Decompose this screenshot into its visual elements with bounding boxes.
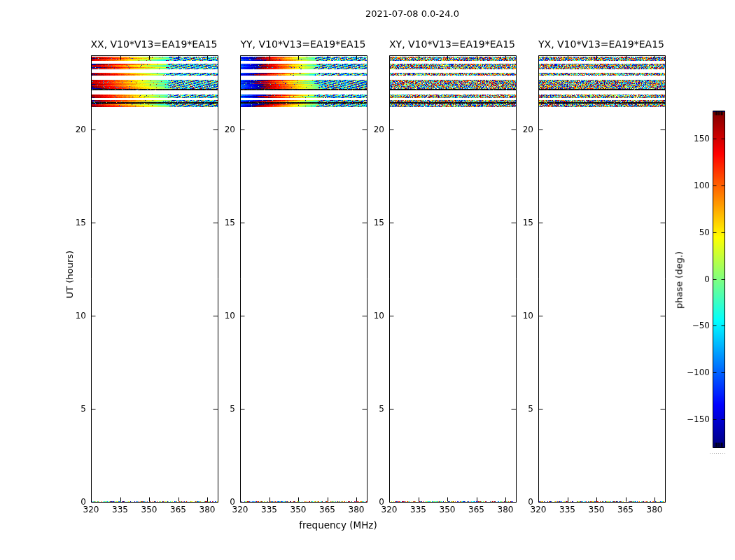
y-tick-label-p3-5: 5: [356, 405, 384, 413]
y-tick-label-p2-10: 10: [207, 312, 235, 320]
y-tick-label-p3-20: 20: [356, 125, 384, 134]
x-axis-label: frequency (MHz): [299, 521, 377, 531]
x-tick-label-p2-380: 380: [349, 505, 365, 514]
x-tick-label-p2-335: 335: [261, 505, 277, 514]
y-tick-label-p4-10: 10: [505, 312, 533, 320]
x-tick-label-p1-365: 365: [170, 505, 186, 514]
panel-title-xy: XY, V10*V13=EA19*EA15: [389, 39, 515, 49]
y-tick-label-p1-15: 15: [58, 218, 86, 227]
x-tick-label-p4-335: 335: [559, 505, 575, 514]
x-tick-label-p1-350: 350: [141, 505, 158, 514]
x-tick-label-p1-380: 380: [200, 505, 216, 514]
panel-title-yx: YX, V10*V13=EA19*EA15: [538, 39, 664, 49]
colorbar-tick-label-50: 50: [672, 228, 710, 237]
panel-title-xx: XX, V10*V13=EA19*EA15: [90, 39, 217, 49]
colorbar-tick-label-100: 100: [672, 181, 710, 190]
y-tick-label-p4-15: 15: [505, 218, 533, 227]
y-tick-label-p4-0: 0: [505, 498, 533, 506]
y-tick-label-p2-5: 5: [207, 405, 235, 413]
y-tick-label-p3-15: 15: [356, 218, 384, 227]
panel-title-yy: YY, V10*V13=EA19*EA15: [241, 39, 366, 49]
y-axis-label: UT (hours): [65, 251, 74, 298]
figure-title: 2021-07-08 0.0-24.0: [365, 9, 459, 18]
plot-canvas: [0, 0, 735, 560]
colorbar-tick-label-150: 150: [672, 134, 710, 143]
y-tick-label-p4-20: 20: [505, 125, 533, 134]
y-tick-label-p2-20: 20: [207, 125, 235, 134]
x-tick-label-p4-350: 350: [589, 505, 605, 514]
y-tick-label-p2-0: 0: [207, 498, 235, 506]
y-tick-label-p2-15: 15: [207, 218, 235, 227]
figure: { "chart_data": { "type": "heatmap", "ti…: [0, 0, 735, 560]
colorbar-tick-label--50: −50: [672, 321, 710, 330]
x-tick-label-p3-365: 365: [468, 505, 484, 514]
x-tick-label-p1-335: 335: [112, 505, 128, 514]
y-tick-label-p1-10: 10: [58, 312, 86, 320]
y-tick-label-p3-0: 0: [356, 498, 384, 506]
colorbar-tick-label--100: −100: [672, 368, 710, 377]
x-tick-label-p3-335: 335: [410, 505, 426, 514]
x-tick-label-p4-365: 365: [617, 505, 634, 514]
y-tick-label-p1-5: 5: [58, 405, 86, 413]
x-tick-label-p2-350: 350: [290, 505, 307, 514]
x-tick-label-p2-365: 365: [319, 505, 335, 514]
x-tick-label-p3-350: 350: [440, 505, 456, 514]
y-tick-label-p1-0: 0: [58, 498, 86, 506]
x-tick-label-p4-380: 380: [647, 505, 663, 514]
y-tick-label-p1-20: 20: [58, 125, 86, 134]
colorbar-tick-label-0: 0: [672, 275, 710, 284]
x-tick-label-p3-380: 380: [498, 505, 514, 514]
colorbar-tick-label--150: −150: [672, 415, 710, 424]
y-tick-label-p3-10: 10: [356, 312, 384, 320]
y-tick-label-p4-5: 5: [505, 405, 533, 413]
